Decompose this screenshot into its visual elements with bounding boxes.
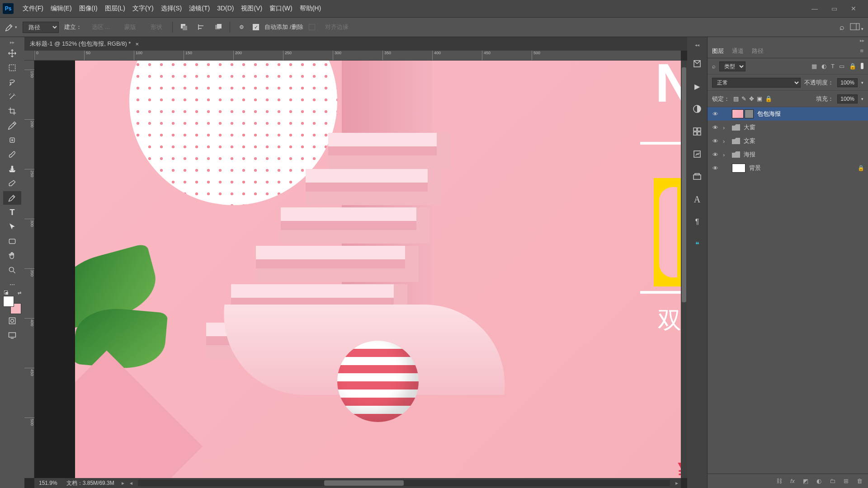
vertical-scrollbar[interactable] (681, 61, 687, 478)
menu-help[interactable]: 帮助(H) (300, 5, 321, 13)
scroll-left-icon[interactable]: ◂ (127, 480, 135, 486)
path-arrangement-icon[interactable] (212, 21, 224, 33)
pen-tool[interactable] (3, 191, 21, 205)
filter-pixel-icon[interactable]: ▦ (811, 63, 817, 70)
eyedropper-tool[interactable] (3, 119, 21, 132)
clone-stamp-tool[interactable] (3, 162, 21, 176)
collapse-panels-icon[interactable]: ◂◂ (695, 42, 699, 47)
expand-icon[interactable]: › (723, 124, 728, 131)
menu-image[interactable]: 图像(I) (79, 5, 98, 13)
document-info[interactable]: 文档：3.85M/69.3M (62, 479, 119, 487)
layer-name[interactable]: 包包海报 (757, 110, 864, 118)
layer-row[interactable]: 👁 › 文案 (708, 134, 868, 148)
lock-image-icon[interactable]: ✎ (741, 95, 746, 102)
lock-transparency-icon[interactable]: ▨ (733, 95, 739, 102)
make-selection-button[interactable]: 选区 ... (87, 21, 114, 33)
link-layers-icon[interactable]: ⛓ (776, 478, 782, 484)
filter-adjustment-icon[interactable]: ◐ (821, 63, 826, 70)
opacity-dropdown-icon[interactable]: ▾ (861, 80, 863, 85)
adjustment-layer-icon[interactable]: ◐ (816, 478, 821, 484)
fill-value[interactable]: 100% (837, 94, 858, 103)
menu-text[interactable]: 文字(Y) (132, 5, 154, 13)
new-group-icon[interactable]: 🗀 (830, 478, 835, 484)
lock-position-icon[interactable]: ✥ (749, 95, 754, 102)
layer-row[interactable]: 👁 › 大窗 (708, 121, 868, 134)
fill-dropdown-icon[interactable]: ▾ (861, 97, 863, 101)
visibility-icon[interactable]: 👁 (711, 165, 719, 172)
minimize-button[interactable]: — (811, 5, 818, 12)
filter-type-select[interactable]: 类型 (719, 61, 745, 71)
info-menu-icon[interactable]: ▸ (119, 480, 127, 486)
path-operations-icon[interactable] (178, 21, 190, 33)
lasso-tool[interactable] (3, 75, 21, 89)
pen-mode-select[interactable]: 路径 (23, 22, 59, 33)
horizontal-scrollbar[interactable] (138, 480, 670, 486)
color-swatches[interactable]: ⇄ (3, 296, 21, 314)
layer-name[interactable]: 文案 (744, 137, 864, 145)
layer-thumbnail[interactable] (732, 109, 754, 118)
path-selection-tool[interactable] (3, 220, 21, 234)
default-colors-icon[interactable] (4, 291, 9, 295)
visibility-icon[interactable]: 👁 (711, 111, 719, 117)
zoom-readout[interactable]: 151.9% (34, 480, 62, 486)
menu-filter[interactable]: 滤镜(T) (189, 5, 210, 13)
menu-edit[interactable]: 编辑(E) (51, 5, 72, 13)
menu-3d[interactable]: 3D(D) (217, 5, 234, 13)
more-tools[interactable]: ⋯ (3, 278, 21, 291)
tab-layers[interactable]: 图层 (712, 47, 724, 55)
collapse-panel-icon[interactable]: ▸▸ (708, 37, 868, 44)
lock-artboard-icon[interactable]: ▣ (757, 95, 762, 102)
lock-all-icon[interactable]: 🔒 (765, 95, 772, 102)
align-edges-checkbox[interactable] (309, 24, 315, 30)
make-mask-button[interactable]: 蒙版 (120, 21, 141, 33)
menu-view[interactable]: 视图(V) (241, 5, 262, 13)
character-panel-icon[interactable]: A (691, 193, 703, 206)
type-tool[interactable]: T (3, 206, 21, 219)
scrollbar-thumb[interactable] (324, 480, 404, 486)
menu-window[interactable]: 窗口(W) (269, 5, 292, 13)
maximize-button[interactable]: ▭ (831, 5, 837, 12)
swap-colors-icon[interactable]: ⇄ (18, 291, 21, 296)
filter-smart-icon[interactable]: 🔒 (849, 63, 856, 70)
gear-icon[interactable]: ⚙ (236, 21, 247, 33)
actions-panel-icon[interactable]: ▶ (691, 80, 703, 93)
scroll-right-icon[interactable]: ▸ (673, 480, 681, 486)
healing-brush-tool[interactable] (3, 133, 21, 147)
document-tab[interactable]: 未标题-1 @ 152% (包包海报, RGB/8) * × (30, 40, 139, 48)
panel-menu-icon[interactable]: ≡ (860, 47, 863, 54)
layer-row[interactable]: 👁 包包海报 (708, 107, 868, 121)
properties-panel-icon[interactable] (691, 125, 703, 138)
visibility-icon[interactable]: 👁 (711, 151, 719, 158)
filter-type-icon[interactable]: T (831, 63, 835, 70)
libraries-panel-icon[interactable] (691, 148, 703, 160)
auto-add-delete-checkbox[interactable]: ✓ (253, 24, 259, 30)
paragraph-panel-icon[interactable]: ¶ (691, 216, 703, 228)
hand-tool[interactable] (3, 249, 21, 263)
rectangle-tool[interactable] (3, 235, 21, 248)
search-icon[interactable]: ⌕ (840, 23, 844, 32)
delete-layer-icon[interactable]: 🗑 (857, 478, 863, 484)
layer-row[interactable]: 👁 背景 🔒 (708, 161, 868, 175)
filter-shape-icon[interactable]: ▭ (839, 63, 844, 70)
crop-tool[interactable] (3, 104, 21, 118)
layer-row[interactable]: 👁 › 海报 (708, 148, 868, 161)
expand-toolbar-icon[interactable]: ▸▸ (10, 40, 14, 45)
new-layer-icon[interactable]: ⊞ (844, 478, 849, 484)
close-button[interactable]: ✕ (851, 5, 856, 12)
ruler-origin[interactable] (24, 51, 34, 61)
layer-style-icon[interactable]: fx (790, 478, 795, 484)
filter-toggle[interactable] (861, 63, 863, 69)
visibility-icon[interactable]: 👁 (711, 124, 719, 131)
workspace-switcher-icon[interactable]: ▾ (850, 23, 863, 32)
tab-paths[interactable]: 路径 (752, 47, 764, 55)
zoom-tool[interactable] (3, 263, 21, 277)
history-panel-icon[interactable] (691, 57, 703, 70)
quick-mask-tool[interactable] (3, 314, 21, 328)
expand-icon[interactable]: › (723, 138, 728, 145)
menu-layer[interactable]: 图层(L) (105, 5, 125, 13)
layer-mask-icon[interactable]: ◩ (803, 478, 808, 484)
move-tool[interactable] (3, 47, 21, 60)
scrollbar-thumb[interactable] (682, 67, 686, 302)
visibility-icon[interactable]: 👁 (711, 138, 719, 145)
horizontal-ruler[interactable]: 0 50 100 150 200 250 300 350 400 450 500 (34, 51, 681, 61)
